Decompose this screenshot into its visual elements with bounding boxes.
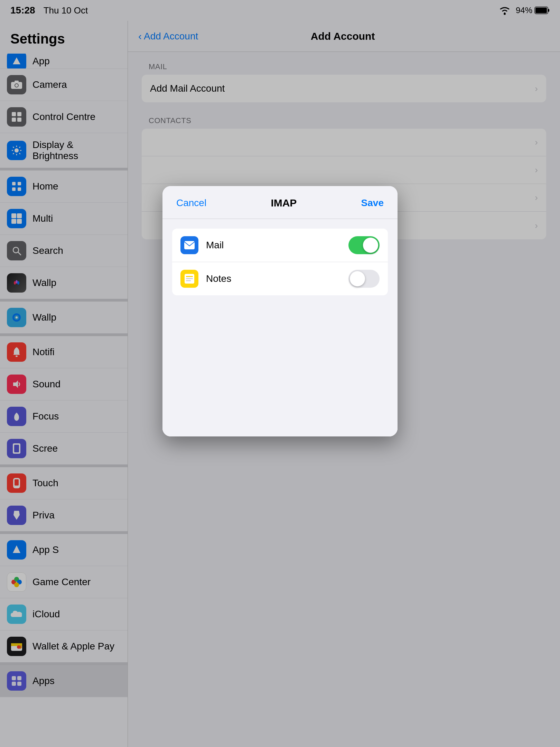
svg-rect-59	[186, 276, 193, 277]
modal-overlay: Cancel IMAP Save Mail	[0, 0, 560, 747]
modal-notes-row: Notes	[172, 262, 388, 295]
notes-toggle-knob	[350, 271, 365, 286]
modal-mail-row: Mail	[172, 229, 388, 262]
modal-spacer	[162, 305, 398, 436]
mail-row-label: Mail	[206, 240, 348, 251]
mail-toggle[interactable]	[348, 236, 380, 254]
notes-row-label: Notes	[206, 273, 348, 284]
svg-rect-61	[186, 280, 191, 281]
modal-body: Mail Notes	[162, 229, 398, 436]
imap-modal: Cancel IMAP Save Mail	[162, 186, 398, 436]
modal-title: IMAP	[271, 197, 297, 209]
svg-rect-57	[184, 241, 195, 249]
mail-toggle-knob	[363, 238, 378, 253]
mail-row-icon	[180, 236, 198, 254]
modal-header: Cancel IMAP Save	[162, 186, 398, 219]
modal-cancel-button[interactable]: Cancel	[176, 197, 206, 209]
notes-row-icon	[180, 270, 198, 288]
svg-rect-60	[186, 278, 193, 279]
modal-list: Mail Notes	[172, 229, 388, 295]
notes-toggle[interactable]	[348, 270, 380, 288]
modal-save-button[interactable]: Save	[361, 197, 384, 209]
